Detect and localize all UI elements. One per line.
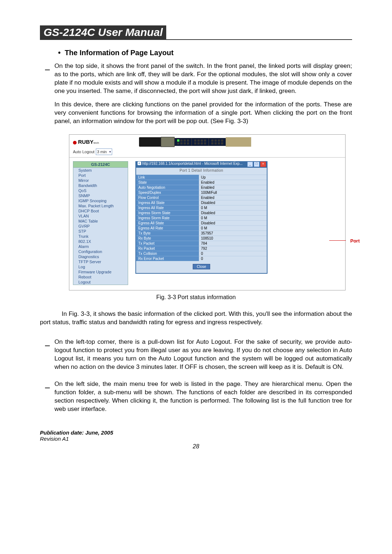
kv-key: Link: [136, 175, 199, 180]
table-row: Ingress All Rate0 M: [136, 205, 267, 210]
table-row: LinkUp: [136, 175, 267, 180]
table-row: Ingress Storm StateDisabled: [136, 210, 267, 215]
sidebar-item[interactable]: 802.1X: [73, 239, 128, 244]
kv-key: Egress All Rate: [136, 225, 199, 231]
kv-value: Disabled: [199, 210, 267, 215]
sidebar-item[interactable]: Reboot: [73, 274, 128, 280]
table-row: Tx Packet784: [136, 241, 267, 246]
ports-group-1[interactable]: [175, 138, 192, 146]
window-close-button[interactable]: ×: [260, 162, 266, 167]
figure-3-3: RUBYtech: [69, 134, 352, 290]
ruby-logo: RUBYtech: [73, 139, 99, 145]
table-row: Rx Byte108510: [136, 236, 267, 241]
revision: Revision A1: [40, 436, 352, 442]
kv-key: Rx Packet: [136, 246, 199, 251]
screenshot-frame: RUBYtech: [69, 134, 346, 290]
sidebar-item[interactable]: Trunk: [73, 234, 128, 239]
kv-value: 792: [199, 246, 267, 251]
kv-value: 0 M: [199, 205, 267, 210]
table-row: Rx Error Packet0: [136, 256, 267, 261]
sidebar-item[interactable]: SNMP: [73, 193, 128, 198]
kv-value: 0 M: [199, 215, 267, 220]
dash-bullet: ⎯: [40, 62, 54, 131]
kv-value: 0: [199, 251, 267, 256]
publication-info: Publication date: June, 2005 Revision A1: [40, 429, 352, 442]
sidebar-item[interactable]: Log: [73, 264, 128, 269]
table-row: Ingress Storm Rate0 M: [136, 215, 267, 220]
ports-group-3[interactable]: [209, 138, 226, 146]
ie-icon: e: [138, 162, 141, 165]
detail-inner-title: Port 1 Detail Information: [136, 168, 267, 175]
sidebar-item[interactable]: Diagnostics: [73, 254, 128, 259]
switch-front-panel[interactable]: [139, 137, 251, 147]
close-button[interactable]: Close: [193, 264, 210, 269]
table-row: Egress All StateDisabled: [136, 220, 267, 225]
kv-value: 0 M: [199, 225, 267, 231]
kv-value: 108510: [199, 236, 267, 241]
kv-key: Rx Error Packet: [136, 256, 199, 261]
table-row: StateEnabled: [136, 180, 267, 185]
sidebar-menu: GS-2124C SystemPortMirrorBandwidthQoSSNM…: [73, 161, 128, 285]
kv-value: Disabled: [199, 200, 267, 205]
sidebar-item[interactable]: Firmware Upgrade: [73, 269, 128, 274]
paragraph-3: In Fig. 3-3, it shows the basic informat…: [40, 310, 352, 327]
port-detail-table: LinkUpStateEnabledAuto NegotiationEnable…: [136, 175, 267, 261]
dash-bullet: ⎯: [40, 380, 54, 419]
auto-logout-label: Auto Logout: [73, 150, 94, 154]
kv-key: Speed/Duplex: [136, 190, 199, 195]
sidebar-item[interactable]: Alarm: [73, 244, 128, 249]
kv-key: Ingress Storm Rate: [136, 215, 199, 220]
table-row: Ingress All StateDisabled: [136, 200, 267, 205]
kv-key: Tx Packet: [136, 241, 199, 246]
ports-group-2[interactable]: [192, 138, 209, 146]
port-detail-window: e http://192.168.1.1/iconportdetail.html…: [135, 161, 268, 274]
kv-key: Ingress All Rate: [136, 205, 199, 210]
kv-value: Up: [199, 175, 267, 180]
kv-value: Enabled: [199, 195, 267, 200]
bullet: •: [58, 49, 61, 57]
kv-value: 357957: [199, 231, 267, 236]
paragraph-1: On the top side, it shows the front pane…: [54, 62, 352, 95]
kv-value: Disabled: [199, 220, 267, 225]
paragraph-2: In this device, there are clicking funct…: [54, 101, 352, 126]
sidebar-item[interactable]: Port: [73, 173, 128, 178]
sidebar-item[interactable]: STP: [73, 229, 128, 234]
section-heading: • The Information of Page Layout: [58, 49, 352, 57]
kv-value: 0: [199, 256, 267, 261]
kv-key: Egress All State: [136, 220, 199, 225]
sidebar-item[interactable]: VLAN: [73, 213, 128, 219]
sidebar-item[interactable]: Logout: [73, 280, 128, 285]
sidebar-item[interactable]: MAC Table: [73, 219, 128, 224]
kv-key: Tx Byte: [136, 231, 199, 236]
sidebar-item[interactable]: Max. Packet Length: [73, 203, 128, 208]
dash-bullet: ⎯: [40, 338, 54, 376]
table-row: Rx Packet792: [136, 246, 267, 251]
table-row: Tx Byte357957: [136, 231, 267, 236]
sidebar-item[interactable]: Bandwidth: [73, 183, 128, 188]
sidebar-item[interactable]: Configuration: [73, 249, 128, 254]
table-row: Auto NegotiationEnabled: [136, 185, 267, 190]
table-row: Speed/Duplex100M/Full: [136, 190, 267, 195]
sidebar-item[interactable]: System: [73, 168, 128, 173]
kv-key: Auto Negotiation: [136, 185, 199, 190]
annotation-port-label: Port: [350, 238, 360, 244]
table-row: Tx Collision0: [136, 251, 267, 256]
window-minimize-button[interactable]: _: [247, 162, 253, 167]
kv-key: Ingress Storm State: [136, 210, 199, 215]
sidebar-item[interactable]: TFTP Server: [73, 259, 128, 264]
kv-key: State: [136, 180, 199, 185]
auto-logout-select[interactable]: 3 min: [96, 148, 112, 155]
sidebar-item[interactable]: GVRP: [73, 224, 128, 229]
figure-caption: Fig. 3-3 Port status information: [40, 294, 352, 301]
kv-key: Flow Control: [136, 195, 199, 200]
sidebar-item[interactable]: QoS: [73, 188, 128, 193]
page-number: 28: [40, 443, 352, 450]
kv-key: Tx Collision: [136, 251, 199, 256]
sidebar-item[interactable]: DHCP Boot: [73, 208, 128, 213]
table-row: Flow ControlEnabled: [136, 195, 267, 200]
window-maximize-button[interactable]: □: [254, 162, 260, 167]
paragraph-4: On the left-top corner, there is a pull-…: [54, 338, 352, 371]
sidebar-item[interactable]: Mirror: [73, 178, 128, 183]
publication-date: Publication date: June, 2005: [40, 429, 352, 436]
sidebar-item[interactable]: IGMP Snooping: [73, 198, 128, 203]
